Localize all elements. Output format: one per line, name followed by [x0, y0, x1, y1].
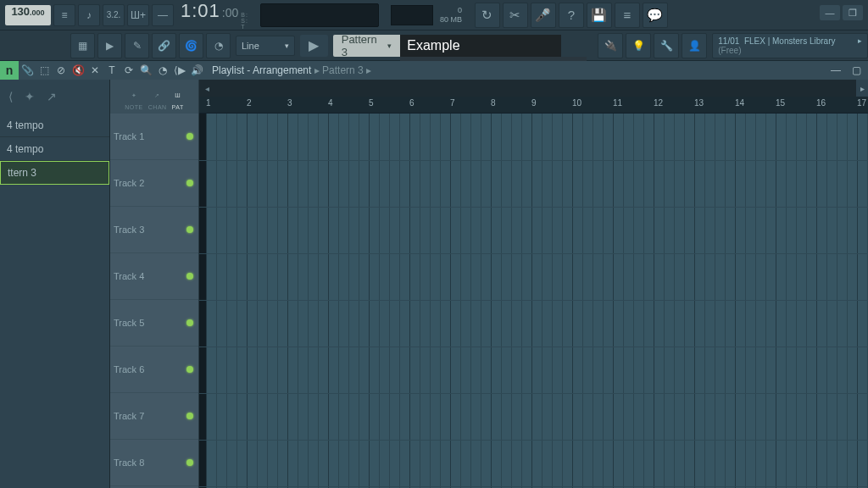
track-active-dot[interactable]	[186, 413, 193, 419]
scroll-right-icon[interactable]: ▸	[856, 80, 868, 97]
bst-label: B:S:T	[241, 12, 248, 30]
piano-icon[interactable]: Ш+	[127, 4, 149, 26]
sidebar-tab-2[interactable]: ✦	[25, 90, 35, 103]
minus-icon[interactable]: —	[152, 4, 174, 26]
track-active-dot[interactable]	[186, 459, 193, 466]
window-max-icon[interactable]: ▢	[848, 62, 865, 79]
track-active-dot[interactable]	[186, 226, 193, 233]
track-active-dot[interactable]	[186, 319, 193, 326]
browser-sidebar: ⟨ ✦ ↗ 4 tempo 4 tempo ttern 3	[0, 80, 110, 488]
sidebar-item[interactable]: 4 tempo	[0, 137, 109, 161]
text-icon[interactable]: T	[103, 62, 120, 79]
track-header[interactable]: Track 2	[110, 160, 198, 207]
trackhead-note[interactable]: ✦NOTE	[125, 92, 142, 110]
pattern-rename-input[interactable]	[400, 35, 561, 57]
track-active-dot[interactable]	[186, 366, 193, 373]
track-header[interactable]: Track 5	[110, 300, 198, 347]
undo-icon[interactable]: ↻	[475, 3, 500, 28]
sidebar-tab-1[interactable]: ⟨	[8, 90, 13, 103]
record-icon[interactable]: 🎤	[531, 3, 556, 28]
ruler-number: 11	[613, 98, 622, 108]
comment-icon[interactable]: 💬	[643, 3, 668, 28]
loop-icon[interactable]: ⟳	[120, 62, 137, 79]
menu-icon[interactable]: ≡	[615, 3, 640, 28]
light-icon[interactable]: 💡	[626, 33, 651, 58]
ruler-number: 7	[450, 98, 455, 108]
sidebar-tab-3[interactable]: ↗	[47, 90, 57, 103]
pos-main: 1:01	[181, 0, 220, 22]
track-name: Track 2	[114, 178, 144, 188]
ruler-number: 12	[654, 98, 663, 108]
app-logo[interactable]: n	[0, 61, 19, 80]
minimize-button[interactable]: —	[820, 5, 840, 20]
help-icon[interactable]: ?	[559, 3, 584, 28]
timeline-ruler[interactable]: 1234567891011121314151617	[199, 97, 868, 114]
track-header[interactable]: Track 3	[110, 207, 198, 253]
track-header[interactable]: Track 7	[110, 393, 198, 440]
mem-value: 80 MB	[440, 15, 462, 25]
pos-sub: :00	[222, 6, 238, 19]
maximize-button[interactable]: ❐	[843, 5, 863, 20]
disable-icon[interactable]: ⊘	[53, 62, 70, 79]
play-icon[interactable]: ▶	[97, 33, 122, 58]
cut-icon[interactable]: ✂	[503, 3, 528, 28]
channel-rack-icon[interactable]: ▦	[70, 33, 95, 58]
snap-icon[interactable]: 📎	[19, 62, 36, 79]
playlist-area[interactable]: ◂ ▸ 1234567891011121314151617	[199, 80, 868, 488]
time-sig-icon[interactable]: 3.2.	[103, 4, 125, 26]
scroll-left-icon[interactable]: ◂	[199, 84, 214, 93]
trackhead-pat[interactable]: ШPAT	[172, 92, 184, 110]
track-header[interactable]: Track 8	[110, 440, 198, 486]
pattern-label[interactable]: Pattern 3▾	[333, 35, 401, 57]
track-header[interactable]: Track 1	[110, 114, 198, 160]
cpu-value: 0	[458, 6, 462, 15]
tempo-int: 130	[11, 5, 30, 18]
window-min-icon[interactable]: —	[827, 62, 844, 79]
play-button[interactable]: ▶	[300, 35, 328, 57]
pencil-icon[interactable]: ✎	[125, 33, 149, 58]
tempo-display[interactable]: 130.000	[5, 5, 51, 25]
track-header-column: ✦NOTE ↗CHAN ШPAT Track 1Track 2Track 3Tr…	[110, 80, 199, 488]
song-position[interactable]: 1:01 :00 B:S:T	[181, 0, 248, 30]
track-active-dot[interactable]	[186, 180, 193, 186]
news-panel[interactable]: 11/01 FLEX | Monsters Library ▸ (Free)	[712, 33, 868, 58]
select-icon[interactable]: ⬚	[36, 62, 53, 79]
pattern-icon[interactable]: ≡	[53, 4, 75, 26]
track-name: Track 8	[114, 458, 144, 468]
ruler-number: 1	[206, 98, 211, 108]
wrench-icon[interactable]: 🔧	[654, 33, 679, 58]
expand-icon[interactable]: ⟨▶	[171, 62, 188, 79]
trackhead-chan[interactable]: ↗CHAN	[148, 92, 167, 110]
plugin-icon[interactable]: 🔌	[598, 33, 623, 58]
spiral-icon[interactable]: 🌀	[179, 33, 203, 58]
knob2-icon[interactable]: ◔	[154, 62, 171, 79]
playlist-grid[interactable]	[199, 114, 868, 488]
user-icon[interactable]: 👤	[682, 33, 707, 58]
track-active-dot[interactable]	[186, 273, 193, 280]
sidebar-item[interactable]: 4 tempo	[0, 114, 109, 137]
window-title: Playlist - Arrangement	[212, 64, 311, 76]
volume-icon[interactable]: 🔊	[188, 62, 205, 79]
knob-icon[interactable]: ◔	[206, 33, 231, 58]
track-header[interactable]: Track 4	[110, 253, 198, 300]
sidebar-item-selected[interactable]: ttern 3	[0, 161, 109, 185]
playhead-start	[199, 114, 206, 488]
track-active-dot[interactable]	[186, 133, 193, 140]
track-header[interactable]: Track 6	[110, 347, 198, 393]
note-icon[interactable]: ♪	[78, 4, 100, 26]
breadcrumb-pattern[interactable]: Pattern 3	[322, 64, 364, 76]
cpu-meter	[391, 5, 433, 25]
track-name: Track 1	[114, 131, 144, 141]
ruler-number: 15	[776, 98, 785, 108]
ruler-number: 8	[491, 98, 496, 108]
ruler-number: 14	[735, 98, 744, 108]
output-meter	[260, 3, 379, 27]
ruler-number: 6	[409, 98, 415, 108]
save-icon[interactable]: 💾	[587, 3, 612, 28]
automation-type-select[interactable]: Line▾	[236, 36, 295, 56]
mute-icon[interactable]: 🔇	[70, 62, 86, 79]
link-icon[interactable]: 🔗	[152, 33, 176, 58]
ruler-number: 9	[531, 98, 537, 108]
close-icon[interactable]: ✕	[86, 62, 103, 79]
zoom-icon[interactable]: 🔍	[137, 62, 154, 79]
